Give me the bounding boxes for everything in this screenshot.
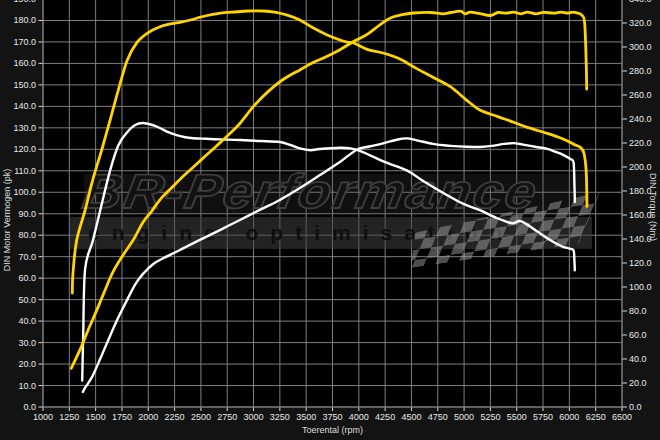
curve-tuned-torque bbox=[72, 11, 587, 293]
curve-stock-torque bbox=[82, 123, 575, 381]
chart-curves bbox=[0, 0, 660, 440]
curve-stock-power bbox=[83, 138, 575, 392]
curve-tuned-power bbox=[71, 11, 587, 368]
dyno-chart: 1000125015001750200022502500275030003250… bbox=[0, 0, 660, 440]
